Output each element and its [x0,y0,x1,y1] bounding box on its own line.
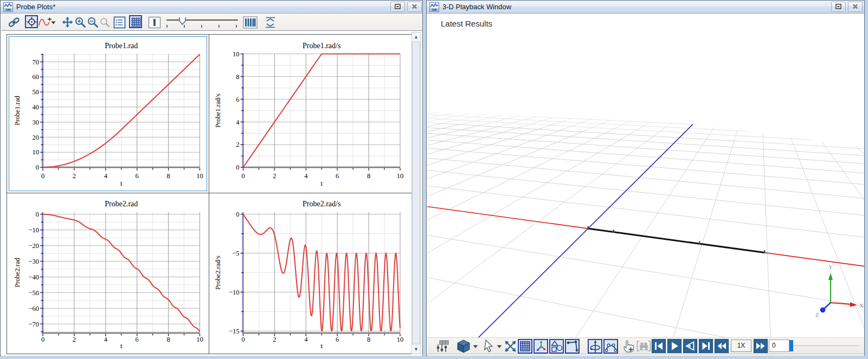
zoom-reset-icon[interactable] [100,17,110,28]
plot-size-slider[interactable] [165,16,239,29]
svg-text:0: 0 [241,172,245,180]
chart-probe2-rads[interactable]: Probe2.rad/s02468100−5−10−15tProbe2.rad/… [209,193,412,354]
playback-viewport[interactable]: YXZ Latest Results [427,14,864,337]
svg-text:10: 10 [397,336,404,343]
svg-text:8: 8 [367,336,370,343]
svg-text:t: t [120,342,123,350]
svg-text:4: 4 [304,336,308,343]
maximize-button[interactable] [831,2,846,12]
svg-text:4: 4 [104,336,108,343]
svg-text:t: t [320,179,323,187]
legend-list-icon[interactable] [113,16,126,29]
svg-text:Probe1.rad/s: Probe1.rad/s [303,42,340,50]
zoom-in-icon[interactable] [75,17,86,28]
mdi-desktop: {"mdi":{"background_color":"#c2d4e8"},"b… [0,0,868,359]
maximize-button[interactable] [390,2,405,12]
timeline-thumb[interactable] [789,340,793,351]
expand-arrows-icon[interactable] [504,340,517,353]
timeline-track[interactable] [792,345,859,346]
fast-forward-button[interactable] [754,339,768,353]
view-dropdown-icon[interactable] [473,345,478,349]
playback-3d-window: SIM 3-D Playback Window YXZ Latest Resul… [426,0,865,356]
step-back-button[interactable] [683,339,697,353]
skip-to-start-button[interactable] [652,339,666,353]
svg-text:−10: −10 [28,226,39,234]
arc-points-icon[interactable] [605,340,617,353]
svg-text:2: 2 [273,336,276,343]
mixer-sliders-icon[interactable] [436,340,449,353]
window-icon-text: SIM [6,8,11,11]
svg-text:4: 4 [304,172,308,180]
zoom-out-icon[interactable] [87,17,99,28]
svg-text:−70: −70 [28,321,39,328]
cursor-bar-icon[interactable] [148,16,161,29]
svg-text:−15: −15 [229,328,240,335]
svg-text:0: 0 [236,164,239,171]
svg-text:10: 10 [233,50,240,58]
playback-time-input[interactable]: 0 [769,340,789,352]
close-button[interactable] [848,2,863,12]
svg-text:6: 6 [236,96,239,103]
camera-brackets-icon[interactable] [636,341,651,351]
rotate-axis-icon[interactable] [589,340,601,353]
cursor-arrow-icon[interactable] [483,340,495,353]
gizmo-x-label: X [859,302,864,309]
svg-text:0: 0 [241,336,245,343]
svg-text:Probe2.rad/s: Probe2.rad/s [303,200,340,208]
scrollbar-thumb[interactable] [412,42,420,344]
svg-text:8: 8 [166,336,170,343]
svg-text:4: 4 [236,119,240,126]
chart-probe1-rad[interactable]: Probe1.rad0246810010203040506070tProbe1.… [7,35,209,193]
hand-plus-icon[interactable] [622,340,635,353]
svg-text:6: 6 [336,336,339,343]
svg-text:6: 6 [336,172,339,180]
polyline-icon[interactable] [567,340,578,353]
svg-text:0: 0 [41,336,44,343]
scroll-down-icon[interactable]: ▼ [412,345,420,354]
fit-height-icon[interactable] [265,17,276,28]
select-dropdown-icon[interactable] [497,345,502,349]
sine-wave-plus-icon[interactable] [38,17,52,28]
svg-text:2: 2 [73,336,76,343]
chart-probe1-rads[interactable]: Probe1.rad/s02468100246810tProbe1.rad/s [209,35,412,193]
chart-probe2-rad[interactable]: Probe2.rad02468100−10−20−30−40−50−60−70t… [7,193,209,354]
plot-scrollbar[interactable]: ▲ ▼ [412,32,421,354]
plot-grid: Probe1.rad0246810010203040506070tProbe1.… [7,34,412,354]
svg-text:6: 6 [136,336,139,343]
xyz-axes-icon[interactable] [535,340,547,353]
svg-text:−60: −60 [28,305,39,312]
crosshair-icon[interactable] [27,17,37,27]
playback-speed-box[interactable]: 1X [731,340,751,352]
gizmo-y-label: Y [828,264,833,270]
rewind-button[interactable] [715,339,729,353]
cube-3d-icon[interactable] [456,340,471,353]
play-button[interactable] [667,339,681,353]
svg-text:−50: −50 [28,289,39,297]
window-title: Probe Plots* [16,3,55,11]
svg-text:0: 0 [36,211,39,218]
add-curve-dropdown-icon[interactable] [51,21,56,24]
pan-arrows-icon[interactable] [62,17,73,28]
svg-text:−5: −5 [232,250,239,257]
svg-text:−10: −10 [229,289,240,296]
scroll-up-icon[interactable]: ▲ [412,32,420,41]
barcode-columns-icon[interactable] [243,16,258,29]
playback-toolbar: 1X 0 [427,337,864,354]
svg-text:8: 8 [236,73,239,81]
svg-text:Probe2.rad: Probe2.rad [14,258,21,288]
playback-window-icon: SIM [429,2,439,12]
probe-plots-window-icon: SIM [3,2,13,12]
grid-3d-icon[interactable] [520,341,530,351]
skip-to-end-button[interactable] [699,339,713,353]
chain-link-icon[interactable] [8,17,20,28]
probe-plots-toolbar [1,14,422,31]
svg-text:−40: −40 [28,273,39,281]
gizmo-z-label: Z [815,311,819,318]
playback-titlebar[interactable]: SIM 3-D Playback Window [427,1,864,14]
shapes-icon[interactable] [551,340,563,353]
svg-text:t: t [320,342,323,350]
probe-plots-titlebar[interactable]: SIM Probe Plots* [1,1,422,14]
close-button[interactable] [407,2,422,12]
grid-icon[interactable] [131,17,141,27]
window-icon-text: SIM [432,8,437,11]
